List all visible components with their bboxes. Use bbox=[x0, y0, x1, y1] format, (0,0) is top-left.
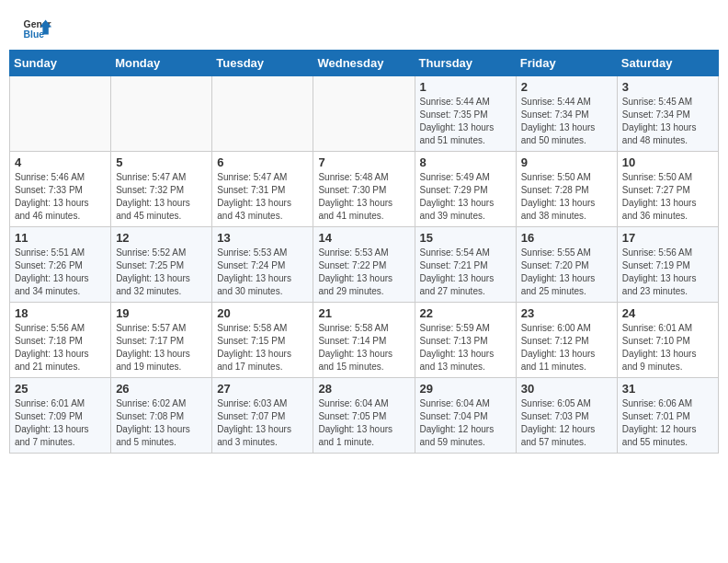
calendar-container: SundayMondayTuesdayWednesdayThursdayFrid… bbox=[0, 50, 728, 463]
day-header-friday: Friday bbox=[516, 51, 617, 76]
day-number: 28 bbox=[318, 382, 409, 396]
day-info: Sunrise: 5:47 AMSunset: 7:31 PMDaylight:… bbox=[217, 171, 308, 223]
calendar-cell: 18Sunrise: 5:56 AMSunset: 7:18 PMDayligh… bbox=[10, 303, 111, 378]
calendar-week-3: 11Sunrise: 5:51 AMSunset: 7:26 PMDayligh… bbox=[10, 227, 719, 303]
day-number: 16 bbox=[521, 231, 612, 245]
calendar-cell: 28Sunrise: 6:04 AMSunset: 7:05 PMDayligh… bbox=[313, 378, 415, 454]
day-number: 22 bbox=[420, 306, 511, 320]
day-number: 18 bbox=[15, 306, 106, 320]
day-header-tuesday: Tuesday bbox=[212, 51, 313, 76]
logo-icon: General Blue bbox=[22, 17, 51, 42]
day-number: 20 bbox=[217, 306, 308, 320]
day-number: 19 bbox=[116, 306, 207, 320]
day-info: Sunrise: 5:48 AMSunset: 7:30 PMDaylight:… bbox=[318, 171, 409, 223]
calendar-cell: 4Sunrise: 5:46 AMSunset: 7:33 PMDaylight… bbox=[10, 152, 111, 227]
day-info: Sunrise: 6:05 AMSunset: 7:03 PMDaylight:… bbox=[521, 397, 612, 449]
calendar-cell: 11Sunrise: 5:51 AMSunset: 7:26 PMDayligh… bbox=[10, 227, 111, 303]
calendar-cell: 7Sunrise: 5:48 AMSunset: 7:30 PMDaylight… bbox=[313, 152, 415, 227]
day-info: Sunrise: 6:01 AMSunset: 7:09 PMDaylight:… bbox=[15, 397, 106, 449]
day-info: Sunrise: 5:44 AMSunset: 7:35 PMDaylight:… bbox=[420, 96, 511, 147]
day-number: 14 bbox=[318, 231, 409, 245]
calendar-header-row: SundayMondayTuesdayWednesdayThursdayFrid… bbox=[10, 51, 719, 76]
calendar-cell: 19Sunrise: 5:57 AMSunset: 7:17 PMDayligh… bbox=[111, 303, 212, 378]
calendar-cell: 13Sunrise: 5:53 AMSunset: 7:24 PMDayligh… bbox=[212, 227, 313, 303]
page-header: General Blue bbox=[0, 0, 728, 50]
calendar-cell bbox=[313, 76, 415, 152]
calendar-cell: 26Sunrise: 6:02 AMSunset: 7:08 PMDayligh… bbox=[111, 378, 212, 454]
day-info: Sunrise: 5:57 AMSunset: 7:17 PMDaylight:… bbox=[116, 322, 207, 373]
day-header-monday: Monday bbox=[111, 51, 212, 76]
calendar-week-4: 18Sunrise: 5:56 AMSunset: 7:18 PMDayligh… bbox=[10, 303, 719, 378]
calendar-cell: 9Sunrise: 5:50 AMSunset: 7:28 PMDaylight… bbox=[516, 152, 617, 227]
day-info: Sunrise: 5:56 AMSunset: 7:18 PMDaylight:… bbox=[15, 322, 106, 373]
day-info: Sunrise: 5:55 AMSunset: 7:20 PMDaylight:… bbox=[521, 247, 612, 298]
calendar-cell: 17Sunrise: 5:56 AMSunset: 7:19 PMDayligh… bbox=[617, 227, 718, 303]
day-number: 3 bbox=[622, 80, 713, 94]
day-info: Sunrise: 5:50 AMSunset: 7:28 PMDaylight:… bbox=[521, 171, 612, 223]
day-info: Sunrise: 5:46 AMSunset: 7:33 PMDaylight:… bbox=[15, 171, 106, 223]
calendar-cell: 25Sunrise: 6:01 AMSunset: 7:09 PMDayligh… bbox=[10, 378, 111, 454]
calendar-cell: 1Sunrise: 5:44 AMSunset: 7:35 PMDaylight… bbox=[415, 76, 516, 152]
calendar-cell: 22Sunrise: 5:59 AMSunset: 7:13 PMDayligh… bbox=[415, 303, 516, 378]
calendar-week-1: 1Sunrise: 5:44 AMSunset: 7:35 PMDaylight… bbox=[10, 76, 719, 152]
calendar-cell: 30Sunrise: 6:05 AMSunset: 7:03 PMDayligh… bbox=[516, 378, 617, 454]
day-info: Sunrise: 5:56 AMSunset: 7:19 PMDaylight:… bbox=[622, 247, 713, 298]
calendar-table: SundayMondayTuesdayWednesdayThursdayFrid… bbox=[9, 50, 719, 454]
calendar-cell bbox=[212, 76, 313, 152]
day-info: Sunrise: 5:44 AMSunset: 7:34 PMDaylight:… bbox=[521, 96, 612, 147]
day-info: Sunrise: 6:03 AMSunset: 7:07 PMDaylight:… bbox=[217, 397, 308, 449]
day-number: 26 bbox=[116, 382, 207, 396]
day-number: 7 bbox=[318, 155, 409, 169]
day-info: Sunrise: 6:04 AMSunset: 7:04 PMDaylight:… bbox=[420, 397, 511, 449]
day-info: Sunrise: 5:54 AMSunset: 7:21 PMDaylight:… bbox=[420, 247, 511, 298]
day-info: Sunrise: 5:52 AMSunset: 7:25 PMDaylight:… bbox=[116, 247, 207, 298]
day-info: Sunrise: 6:06 AMSunset: 7:01 PMDaylight:… bbox=[622, 397, 713, 449]
calendar-cell bbox=[10, 76, 111, 152]
day-info: Sunrise: 5:58 AMSunset: 7:14 PMDaylight:… bbox=[318, 322, 409, 373]
day-number: 13 bbox=[217, 231, 308, 245]
day-header-saturday: Saturday bbox=[617, 51, 718, 76]
day-number: 17 bbox=[622, 231, 713, 245]
day-number: 23 bbox=[521, 306, 612, 320]
day-info: Sunrise: 5:59 AMSunset: 7:13 PMDaylight:… bbox=[420, 322, 511, 373]
day-number: 31 bbox=[622, 382, 713, 396]
calendar-cell: 6Sunrise: 5:47 AMSunset: 7:31 PMDaylight… bbox=[212, 152, 313, 227]
day-number: 27 bbox=[217, 382, 308, 396]
day-number: 11 bbox=[15, 231, 106, 245]
day-header-thursday: Thursday bbox=[415, 51, 516, 76]
day-info: Sunrise: 6:04 AMSunset: 7:05 PMDaylight:… bbox=[318, 397, 409, 449]
day-number: 9 bbox=[521, 155, 612, 169]
day-number: 21 bbox=[318, 306, 409, 320]
calendar-cell: 20Sunrise: 5:58 AMSunset: 7:15 PMDayligh… bbox=[212, 303, 313, 378]
day-info: Sunrise: 5:53 AMSunset: 7:24 PMDaylight:… bbox=[217, 247, 308, 298]
calendar-week-2: 4Sunrise: 5:46 AMSunset: 7:33 PMDaylight… bbox=[10, 152, 719, 227]
day-info: Sunrise: 6:02 AMSunset: 7:08 PMDaylight:… bbox=[116, 397, 207, 449]
calendar-cell: 27Sunrise: 6:03 AMSunset: 7:07 PMDayligh… bbox=[212, 378, 313, 454]
day-number: 25 bbox=[15, 382, 106, 396]
day-number: 15 bbox=[420, 231, 511, 245]
day-number: 8 bbox=[420, 155, 511, 169]
calendar-cell: 23Sunrise: 6:00 AMSunset: 7:12 PMDayligh… bbox=[516, 303, 617, 378]
calendar-cell: 10Sunrise: 5:50 AMSunset: 7:27 PMDayligh… bbox=[617, 152, 718, 227]
day-number: 30 bbox=[521, 382, 612, 396]
calendar-cell: 12Sunrise: 5:52 AMSunset: 7:25 PMDayligh… bbox=[111, 227, 212, 303]
calendar-cell: 8Sunrise: 5:49 AMSunset: 7:29 PMDaylight… bbox=[415, 152, 516, 227]
day-info: Sunrise: 5:47 AMSunset: 7:32 PMDaylight:… bbox=[116, 171, 207, 223]
day-info: Sunrise: 5:49 AMSunset: 7:29 PMDaylight:… bbox=[420, 171, 511, 223]
calendar-week-5: 25Sunrise: 6:01 AMSunset: 7:09 PMDayligh… bbox=[10, 378, 719, 454]
day-info: Sunrise: 5:51 AMSunset: 7:26 PMDaylight:… bbox=[15, 247, 106, 298]
day-number: 5 bbox=[116, 155, 207, 169]
day-number: 24 bbox=[622, 306, 713, 320]
calendar-cell: 15Sunrise: 5:54 AMSunset: 7:21 PMDayligh… bbox=[415, 227, 516, 303]
day-info: Sunrise: 6:01 AMSunset: 7:10 PMDaylight:… bbox=[622, 322, 713, 373]
day-info: Sunrise: 5:53 AMSunset: 7:22 PMDaylight:… bbox=[318, 247, 409, 298]
calendar-cell bbox=[111, 76, 212, 152]
day-info: Sunrise: 5:45 AMSunset: 7:34 PMDaylight:… bbox=[622, 96, 713, 147]
day-number: 12 bbox=[116, 231, 207, 245]
day-info: Sunrise: 5:50 AMSunset: 7:27 PMDaylight:… bbox=[622, 171, 713, 223]
calendar-cell: 2Sunrise: 5:44 AMSunset: 7:34 PMDaylight… bbox=[516, 76, 617, 152]
day-number: 2 bbox=[521, 80, 612, 94]
day-number: 1 bbox=[420, 80, 511, 94]
logo: General Blue bbox=[22, 17, 55, 42]
day-number: 10 bbox=[622, 155, 713, 169]
